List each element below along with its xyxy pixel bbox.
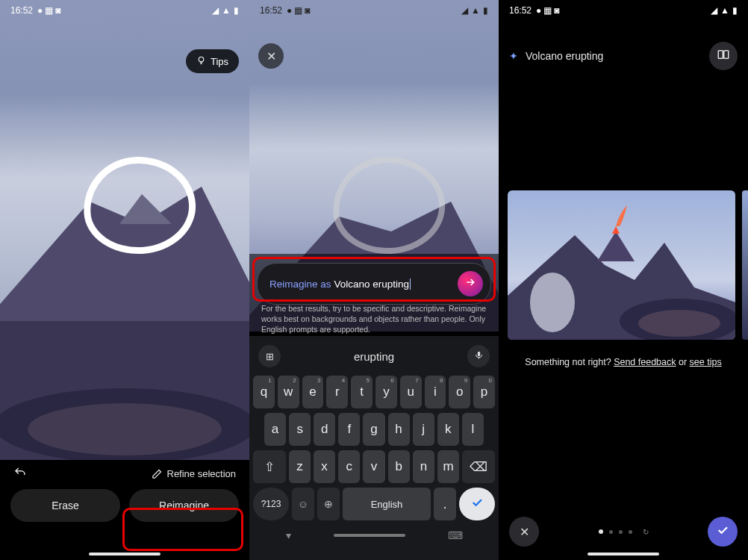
svg-rect-11	[718, 51, 723, 59]
key-k[interactable]: k	[437, 413, 459, 446]
result-image[interactable]	[508, 190, 735, 340]
nav-handle[interactable]	[588, 553, 659, 556]
wifi-icon: ◢	[212, 5, 219, 16]
regenerate-icon[interactable]: ↻	[643, 528, 649, 536]
signal-icon: ▲	[471, 5, 480, 16]
screen-1-reimagine-tool: 16:52 ● ▦ ◙ ◢ ▲ ▮ Tips Refine selection	[0, 0, 249, 560]
key-w[interactable]: 2w	[278, 376, 299, 408]
key-h[interactable]: h	[388, 413, 410, 446]
nav-keyboard-switch[interactable]: ⌨	[448, 529, 463, 541]
mic-icon	[474, 350, 484, 362]
grid-icon: ▦	[543, 5, 552, 16]
cancel-button[interactable]: ✕	[509, 517, 539, 547]
spacebar[interactable]: English	[343, 488, 431, 520]
key-i[interactable]: 8i	[425, 376, 446, 408]
refine-selection-button[interactable]: Refine selection	[152, 468, 237, 479]
reimagine-button[interactable]: Reimagine	[129, 489, 239, 522]
key-y[interactable]: 6y	[375, 376, 397, 408]
grid-icon: ▦	[45, 5, 53, 16]
key-a[interactable]: a	[264, 413, 286, 446]
submit-button[interactable]	[458, 271, 483, 296]
prompt-value: Volcano erupting	[334, 279, 410, 290]
apps-button[interactable]: ⊞	[258, 345, 281, 367]
key-q[interactable]: 1q	[253, 376, 275, 408]
voice-input-button[interactable]	[467, 345, 490, 367]
key-b[interactable]: b	[388, 450, 410, 483]
see-tips-link[interactable]: see tips	[690, 357, 722, 367]
dot-1	[599, 529, 603, 534]
backspace-key[interactable]: ⌫	[462, 450, 495, 483]
next-result-peek[interactable]	[742, 190, 748, 340]
svg-point-6	[199, 57, 204, 62]
prompt-input[interactable]: Reimagine as Volcano erupting	[257, 263, 491, 305]
clock: 16:52	[260, 5, 282, 16]
key-l[interactable]: l	[462, 413, 484, 446]
key-d[interactable]: d	[314, 413, 335, 446]
key-p[interactable]: 0p	[473, 376, 495, 408]
key-t[interactable]: 5t	[351, 376, 373, 408]
wifi-icon: ◢	[711, 5, 717, 16]
nav-hide-keyboard[interactable]: ▾	[286, 529, 291, 541]
svg-rect-12	[724, 51, 729, 59]
prompt-prefix: Reimagine as	[269, 279, 331, 290]
emoji-key[interactable]: ☺	[292, 488, 314, 520]
key-f[interactable]: f	[338, 413, 360, 446]
keyboard-row-bottom: ?123 ☺ ⊕ English .	[249, 485, 499, 526]
key-v[interactable]: v	[363, 450, 384, 483]
arrow-right-icon	[464, 276, 476, 291]
key-o[interactable]: 9o	[449, 376, 470, 408]
erase-button[interactable]: Erase	[10, 489, 120, 522]
numeric-key[interactable]: ?123	[253, 488, 289, 520]
status-bar: 16:52 ● ▦ ◙ ◢ ▲ ▮	[499, 0, 748, 21]
check-icon	[470, 496, 484, 512]
accept-button[interactable]	[708, 517, 738, 547]
keyboard-row-1: 1q2w3e4r5t6y7u8i9o0p	[249, 373, 499, 411]
suggestion-bar: ⊞ erupting	[249, 340, 499, 373]
chat-icon: ●	[37, 5, 43, 16]
key-c[interactable]: c	[338, 450, 360, 483]
signal-icon: ▲	[222, 5, 231, 16]
nav-handle[interactable]	[89, 553, 160, 556]
key-s[interactable]: s	[289, 413, 311, 446]
result-prompt-label: Volcano erupting	[526, 50, 603, 62]
key-x[interactable]: x	[314, 450, 335, 483]
dot-2	[609, 530, 613, 534]
keyboard-row-2: asdfghjkl	[249, 411, 499, 448]
key-e[interactable]: 3e	[302, 376, 324, 408]
shift-icon: ⇧	[264, 459, 275, 475]
key-n[interactable]: n	[413, 450, 434, 483]
tips-button[interactable]: Tips	[186, 49, 239, 73]
clock: 16:52	[509, 5, 532, 16]
close-icon: ✕	[267, 49, 276, 63]
key-r[interactable]: 4r	[326, 376, 348, 408]
suggestion-word[interactable]: erupting	[354, 350, 394, 363]
grid-icon: ▦	[294, 5, 302, 16]
compare-icon	[717, 48, 730, 64]
tips-label: Tips	[211, 56, 228, 67]
undo-button[interactable]	[13, 466, 27, 482]
compare-button[interactable]	[709, 42, 738, 70]
grid-icon: ⊞	[266, 351, 274, 362]
system-nav: ▾ ⌨	[249, 526, 499, 546]
svg-point-19	[638, 310, 720, 337]
close-button[interactable]: ✕	[258, 43, 284, 69]
period-key[interactable]: .	[434, 488, 456, 520]
keyboard: ⊞ erupting 1q2w3e4r5t6y7u8i9o0p asdfghjk…	[249, 336, 499, 560]
key-z[interactable]: z	[289, 450, 311, 483]
screen-3-result: 16:52 ● ▦ ◙ ◢ ▲ ▮ ✦ Volcano erupting	[499, 0, 748, 560]
sparkle-icon: ✦	[509, 50, 518, 62]
enter-key[interactable]	[459, 488, 495, 520]
key-g[interactable]: g	[363, 413, 384, 446]
key-j[interactable]: j	[413, 413, 434, 446]
nav-handle[interactable]	[334, 534, 405, 537]
svg-point-17	[530, 273, 575, 332]
send-feedback-link[interactable]: Send feedback	[614, 357, 676, 367]
keyboard-row-3: ⇧ zxcvbnm⌫	[249, 448, 499, 485]
key-m[interactable]: m	[437, 450, 459, 483]
backspace-icon: ⌫	[470, 459, 487, 475]
shift-key[interactable]: ⇧	[253, 450, 286, 483]
emoji-icon: ☺	[298, 498, 308, 510]
key-u[interactable]: 7u	[400, 376, 422, 408]
pagination-dots[interactable]: ↻	[599, 528, 649, 536]
language-key[interactable]: ⊕	[317, 488, 340, 520]
